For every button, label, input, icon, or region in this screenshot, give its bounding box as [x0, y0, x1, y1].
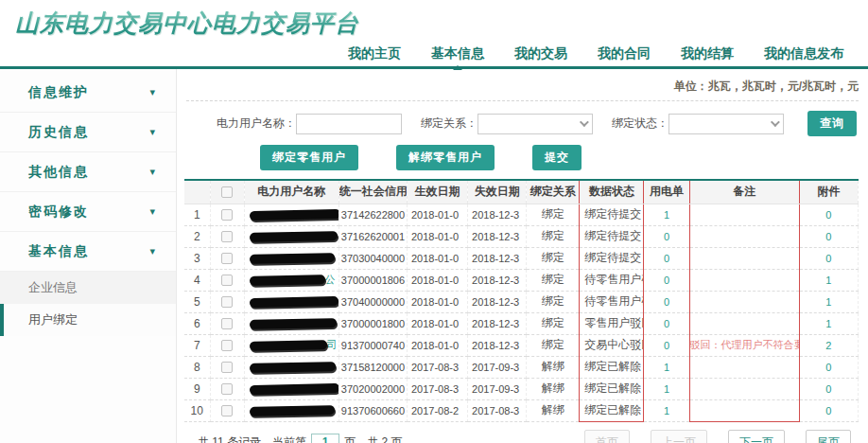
power-user-name-cell[interactable] — [244, 247, 339, 269]
nav-tab-我的结算[interactable]: 我的结算 — [681, 45, 734, 62]
sidebar-item-信息维护[interactable]: 信息维护▾ — [0, 73, 176, 113]
row-select-cell — [210, 291, 244, 312]
power-bill-cell[interactable]: 0 — [644, 225, 689, 247]
row-checkbox[interactable] — [221, 340, 233, 351]
expiry-date-cell: 2017-09-3 — [468, 378, 527, 399]
table-row: 6370000018002018-01-02018-12-3绑定零售用户驳回01 — [184, 312, 859, 334]
power-user-name-cell[interactable] — [244, 356, 339, 378]
col-attachment: 附件 — [799, 180, 858, 204]
nav-tab-我的合同[interactable]: 我的合同 — [598, 45, 651, 62]
bind-status-select[interactable] — [668, 114, 784, 134]
redacted-name — [250, 275, 325, 286]
actions-bar: 绑定零售用户 解绑零售用户 提交 — [184, 145, 860, 170]
effective-date-cell: 2018-01-0 — [407, 225, 467, 247]
bind-relation-cell: 解绑 — [527, 356, 580, 378]
page-title: 山东电力交易中心电力交易平台 — [0, 0, 359, 41]
name-fragment: 公 — [325, 274, 336, 285]
power-bill-cell[interactable]: 0 — [644, 334, 689, 356]
power-user-name-cell[interactable]: 司 — [244, 334, 339, 356]
row-number: 9 — [184, 378, 210, 399]
page-button-首页: 首页 — [584, 430, 630, 443]
power-user-name-cell[interactable] — [244, 399, 339, 421]
row-checkbox[interactable] — [221, 253, 233, 264]
attachment-cell[interactable]: 1 — [799, 269, 858, 291]
power-user-name-cell[interactable] — [244, 291, 339, 312]
nav-tab-基本信息[interactable]: 基本信息 — [431, 45, 484, 62]
table-row: 3370300400002018-01-02018-12-3绑定绑定待提交00 — [184, 247, 859, 269]
attachment-cell[interactable]: 0 — [799, 399, 858, 421]
table-row: 10913706006602017-08-22017-08-3解绑绑定已解除10 — [184, 399, 859, 421]
query-button[interactable]: 查询 — [807, 111, 857, 136]
row-checkbox[interactable] — [221, 362, 233, 373]
attachment-cell[interactable]: 0 — [799, 204, 858, 225]
power-user-name-input[interactable] — [296, 114, 402, 134]
remark-cell — [689, 204, 799, 225]
row-checkbox[interactable] — [221, 296, 233, 308]
row-select-cell — [210, 356, 244, 378]
bind-relation-select[interactable] — [477, 114, 593, 134]
page-button-下一页[interactable]: 下一页 — [728, 430, 785, 443]
attachment-cell[interactable]: 2 — [799, 334, 858, 356]
row-checkbox[interactable] — [221, 231, 233, 242]
sidebar-item-基本信息[interactable]: 基本信息▾ — [0, 232, 176, 272]
sidebar-subitem-用户绑定[interactable]: 用户绑定 — [0, 304, 176, 336]
power-user-name-cell[interactable] — [244, 225, 339, 247]
bind-status-label: 绑定状态： — [612, 115, 668, 132]
power-bill-cell[interactable]: 0 — [644, 247, 689, 269]
power-bill-cell[interactable]: 1 — [644, 356, 689, 378]
bind-relation-label: 绑定关系： — [421, 115, 477, 132]
nav-tab-我的主页[interactable]: 我的主页 — [348, 45, 401, 62]
row-checkbox[interactable] — [221, 275, 233, 286]
sidebar-item-label: 密码修改 — [28, 204, 89, 221]
power-user-name-cell[interactable] — [244, 204, 339, 225]
power-bill-cell[interactable]: 0 — [644, 269, 689, 291]
row-checkbox[interactable] — [221, 383, 233, 395]
data-status-cell: 绑定待提交 — [580, 247, 644, 269]
row-checkbox[interactable] — [221, 405, 233, 416]
power-user-name-cell[interactable] — [244, 378, 339, 399]
row-checkbox[interactable] — [221, 209, 233, 221]
remark-cell — [689, 247, 799, 269]
bind-relation-cell: 绑定 — [527, 334, 580, 356]
attachment-cell[interactable]: 1 — [799, 312, 858, 334]
select-all-checkbox[interactable] — [221, 186, 233, 198]
submit-button[interactable]: 提交 — [532, 145, 582, 170]
row-number: 6 — [184, 312, 210, 334]
attachment-cell[interactable]: 0 — [799, 247, 858, 269]
sidebar-item-密码修改[interactable]: 密码修改▾ — [0, 192, 176, 232]
power-bill-cell[interactable]: 0 — [644, 312, 689, 334]
expiry-date-cell: 2018-12-3 — [468, 247, 527, 269]
power-bill-cell[interactable]: 0 — [644, 291, 689, 312]
sidebar-item-历史信息[interactable]: 历史信息▾ — [0, 113, 176, 152]
sidebar-item-label: 其他信息 — [28, 164, 89, 181]
page-number-input[interactable] — [311, 434, 339, 443]
attachment-cell[interactable]: 0 — [799, 225, 858, 247]
row-number-header — [184, 180, 210, 204]
power-bill-cell[interactable]: 1 — [644, 378, 689, 399]
power-bill-cell[interactable]: 1 — [644, 204, 689, 225]
attachment-cell[interactable]: 1 — [799, 291, 858, 312]
redacted-name — [250, 296, 339, 308]
effective-date-cell: 2018-01-0 — [407, 334, 467, 356]
col-credit-code: 统一社会信用代码 — [339, 180, 407, 204]
effective-date-cell: 2018-01-0 — [407, 247, 467, 269]
power-user-name-cell[interactable] — [244, 312, 339, 334]
power-bill-cell[interactable]: 1 — [644, 399, 689, 421]
remark-cell — [689, 356, 799, 378]
row-checkbox[interactable] — [221, 318, 233, 329]
remark-cell — [689, 269, 799, 291]
unbind-retail-user-button[interactable]: 解绑零售用户 — [396, 145, 495, 170]
page-button-尾页[interactable]: 尾页 — [806, 430, 851, 443]
sidebar-subitem-企业信息[interactable]: 企业信息 — [0, 272, 176, 304]
nav-tab-我的交易[interactable]: 我的交易 — [514, 45, 567, 62]
attachment-cell[interactable]: 0 — [799, 378, 858, 399]
nav-tab-我的信息发布[interactable]: 我的信息发布 — [764, 45, 843, 62]
dashed-divider — [186, 100, 859, 101]
sidebar-item-其他信息[interactable]: 其他信息▾ — [0, 152, 176, 192]
attachment-cell[interactable]: 0 — [799, 356, 858, 378]
redacted-name — [250, 253, 335, 264]
redacted-name — [250, 318, 337, 329]
power-user-name-cell[interactable]: 公 — [244, 269, 339, 291]
row-select-cell — [210, 269, 244, 291]
bind-retail-user-button[interactable]: 绑定零售用户 — [260, 145, 358, 170]
